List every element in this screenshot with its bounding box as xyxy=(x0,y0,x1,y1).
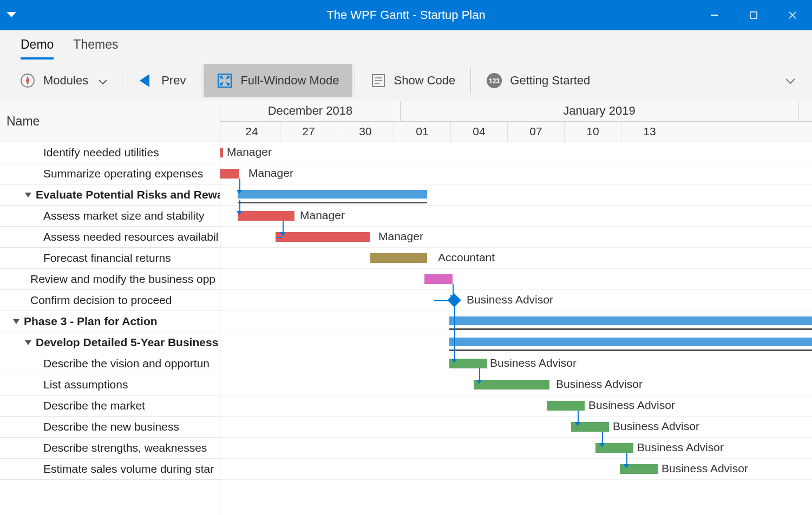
task-bar-label: Business Advisor xyxy=(613,420,699,433)
gantt-row: Business Advisor xyxy=(220,290,812,311)
showcode-label: Show Code xyxy=(394,74,456,88)
day-cell: 07 xyxy=(508,122,565,142)
task-label: Assess needed resources availabil xyxy=(43,230,218,243)
task-row[interactable]: Phase 3 - Plan for Action xyxy=(0,311,220,332)
task-bar-label: Business Advisor xyxy=(467,293,553,306)
name-column-header[interactable]: Name xyxy=(0,101,220,142)
getting-started-button[interactable]: 123 Getting Started xyxy=(473,64,603,97)
task-bar-label: Manager xyxy=(248,167,293,180)
dependency-arrow xyxy=(626,453,627,464)
modules-button[interactable]: Modules xyxy=(6,64,120,97)
task-row[interactable]: Review and modify the business opp xyxy=(0,269,220,290)
collapse-icon[interactable] xyxy=(25,340,31,345)
task-label: Estimate sales volume during star xyxy=(43,463,214,476)
arrowhead-icon xyxy=(451,359,457,363)
toolbar-separator xyxy=(122,68,122,94)
task-row[interactable]: Confirm decision to proceed xyxy=(0,290,220,311)
task-bar[interactable] xyxy=(220,169,239,179)
task-row[interactable]: Describe strengths, weaknesses xyxy=(0,438,220,459)
tab-themes[interactable]: Themes xyxy=(63,32,128,60)
task-row[interactable]: Estimate sales volume during star xyxy=(0,459,220,480)
month-cell: January 2019 xyxy=(401,101,798,121)
task-row[interactable]: Summarize operating expenses xyxy=(0,163,220,184)
task-bar[interactable] xyxy=(424,274,453,284)
collapse-icon[interactable] xyxy=(25,193,31,197)
task-bar-label: Business Advisor xyxy=(588,399,675,412)
dependency-arrow xyxy=(453,284,454,295)
arrowhead-icon xyxy=(476,380,482,384)
task-label: Describe the new business xyxy=(43,420,179,433)
task-row[interactable]: Assess market size and stability xyxy=(0,206,220,227)
day-cell: 01 xyxy=(394,122,451,142)
summary-bar[interactable] xyxy=(449,316,812,325)
collapse-icon[interactable] xyxy=(13,319,19,324)
gantt-row xyxy=(220,184,812,206)
task-label: Phase 3 - Plan for Action xyxy=(24,315,158,328)
compass-icon xyxy=(19,72,36,89)
fullwindow-button[interactable]: Full-Window Mode xyxy=(204,64,352,97)
gantt-chart-area[interactable]: December 2018January 2019 24273001040710… xyxy=(220,101,812,515)
summary-bar[interactable] xyxy=(449,338,812,346)
task-bar-label: Business Advisor xyxy=(637,441,724,454)
task-row[interactable]: Develop Detailed 5-Year Business xyxy=(0,332,220,353)
task-bar[interactable] xyxy=(547,401,585,411)
task-row[interactable]: Describe the vision and opportun xyxy=(0,353,220,374)
gantt-row xyxy=(220,332,812,353)
getting-started-label: Getting Started xyxy=(510,74,590,88)
app-menu-icon[interactable] xyxy=(0,0,23,30)
task-label: Confirm decision to proceed xyxy=(30,294,172,307)
summary-baseline xyxy=(449,328,812,330)
task-name-column: Name Identify needed utilitiesSummarize … xyxy=(0,101,220,515)
prev-icon xyxy=(137,72,154,89)
task-bar-label: Manager xyxy=(378,230,423,243)
showcode-button[interactable]: Show Code xyxy=(357,64,469,97)
task-row[interactable]: Evaluate Potential Risks and Rewa xyxy=(0,184,220,206)
modules-label: Modules xyxy=(43,74,88,88)
dependency-arrow xyxy=(434,300,453,301)
ribbon-expand-icon[interactable] xyxy=(786,75,806,87)
gantt-row: Business Advisor xyxy=(220,395,812,417)
gantt-row: Business Advisor xyxy=(220,459,812,480)
task-rows-container: Identify needed utilitiesSummarize opera… xyxy=(0,142,220,515)
task-row[interactable]: Describe the market xyxy=(0,395,220,417)
window-title: The WPF Gantt - Startup Plan xyxy=(326,8,485,22)
task-row[interactable]: List assumptions xyxy=(0,374,220,395)
task-label: List assumptions xyxy=(43,378,128,391)
gantt-row: Business Advisor xyxy=(220,417,812,438)
dependency-arrow xyxy=(578,411,579,422)
day-cell: 10 xyxy=(565,122,621,142)
arrowhead-icon xyxy=(237,190,242,194)
task-bar-label: Business Advisor xyxy=(556,378,643,391)
toolbar-separator xyxy=(470,68,471,94)
summary-bar[interactable] xyxy=(238,190,427,199)
prev-button[interactable]: Prev xyxy=(125,64,199,97)
svg-rect-0 xyxy=(711,15,718,16)
task-row[interactable]: Describe the new business xyxy=(0,417,220,438)
task-label: Forecast financial returns xyxy=(43,252,171,265)
task-label: Develop Detailed 5-Year Business xyxy=(36,336,218,349)
close-button[interactable] xyxy=(773,0,812,30)
tab-demo[interactable]: Demo xyxy=(11,32,63,60)
task-bar[interactable] xyxy=(370,253,427,263)
toolbar: Modules Prev Full-Window Mode Show Code … xyxy=(0,60,812,101)
content-area: Name Identify needed utilitiesSummarize … xyxy=(0,101,812,515)
task-bar[interactable] xyxy=(238,211,294,221)
day-cell: 04 xyxy=(451,122,508,142)
arrowhead-icon xyxy=(599,443,605,447)
task-row[interactable]: Identify needed utilities xyxy=(0,142,220,163)
arrowhead-icon xyxy=(450,295,455,300)
maximize-button[interactable] xyxy=(734,0,773,30)
arrowhead-icon xyxy=(280,232,285,236)
gantt-row xyxy=(220,269,812,290)
gantt-row: Business Advisor xyxy=(220,438,812,459)
task-row[interactable]: Forecast financial returns xyxy=(0,248,220,269)
arrowhead-icon xyxy=(624,464,629,468)
day-cell: 30 xyxy=(337,122,394,142)
task-bar[interactable] xyxy=(220,148,223,157)
task-bar[interactable] xyxy=(474,380,549,389)
task-row[interactable]: Assess needed resources availabil xyxy=(0,227,220,248)
minimize-button[interactable] xyxy=(695,0,734,30)
task-bar[interactable] xyxy=(276,232,370,242)
gantt-row xyxy=(220,311,812,332)
task-label: Evaluate Potential Risks and Rewa xyxy=(36,188,220,201)
